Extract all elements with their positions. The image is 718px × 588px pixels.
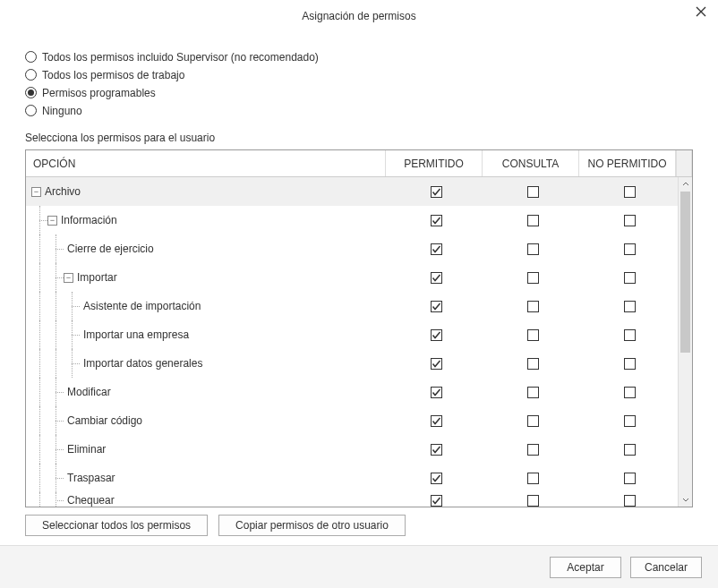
cell-option: −Archivo bbox=[26, 177, 388, 206]
cancel-button[interactable]: Cancelar bbox=[630, 557, 702, 578]
row-label: Cambiar código bbox=[67, 414, 142, 427]
table-row[interactable]: Eliminar bbox=[26, 435, 692, 464]
table-row[interactable]: Importar una empresa bbox=[26, 320, 692, 349]
checkbox-allowed[interactable] bbox=[431, 358, 442, 370]
checkbox-denied[interactable] bbox=[624, 243, 636, 255]
col-header-allowed[interactable]: PERMITIDO bbox=[386, 150, 483, 176]
cell-option: Asistente de importación bbox=[26, 292, 388, 320]
checkbox-allowed[interactable] bbox=[431, 301, 442, 312]
checkbox-query[interactable] bbox=[527, 358, 539, 370]
checkbox-denied[interactable] bbox=[624, 329, 636, 341]
radio-icon[interactable] bbox=[25, 51, 37, 63]
row-label: Importar datos generales bbox=[83, 357, 202, 370]
checkbox-allowed[interactable] bbox=[431, 444, 442, 456]
scroll-thumb[interactable] bbox=[680, 192, 690, 353]
checkbox-denied[interactable] bbox=[624, 358, 636, 370]
row-label: Archivo bbox=[45, 185, 81, 198]
radio-option[interactable]: Permisos programables bbox=[25, 84, 693, 101]
checkbox-query[interactable] bbox=[527, 495, 539, 507]
row-label: Eliminar bbox=[67, 443, 106, 456]
checkbox-query[interactable] bbox=[527, 243, 539, 255]
checkbox-query[interactable] bbox=[527, 473, 539, 484]
tree-guides bbox=[31, 435, 64, 464]
select-all-permissions-button[interactable]: Seleccionar todos los permisos bbox=[25, 515, 208, 536]
radio-option[interactable]: Ninguno bbox=[25, 102, 693, 119]
checkbox-denied[interactable] bbox=[624, 415, 636, 427]
cell-allowed bbox=[388, 435, 484, 464]
cell-allowed bbox=[388, 263, 484, 292]
checkbox-denied[interactable] bbox=[624, 186, 636, 198]
radio-icon[interactable] bbox=[25, 69, 37, 81]
table-row[interactable]: Asistente de importación bbox=[26, 292, 692, 320]
radio-option[interactable]: Todos los permisos de trabajo bbox=[25, 66, 693, 83]
section-label: Selecciona los permisos para el usuario bbox=[25, 132, 693, 144]
scroll-track[interactable] bbox=[679, 192, 692, 492]
checkbox-allowed[interactable] bbox=[431, 186, 442, 198]
scroll-up-icon[interactable] bbox=[679, 177, 692, 192]
checkbox-allowed[interactable] bbox=[431, 329, 442, 341]
cell-allowed bbox=[388, 349, 484, 378]
checkbox-query[interactable] bbox=[527, 272, 539, 284]
cell-option: Traspasar bbox=[26, 464, 388, 492]
accept-button[interactable]: Aceptar bbox=[550, 557, 621, 578]
checkbox-query[interactable] bbox=[527, 215, 539, 226]
cell-query bbox=[484, 234, 581, 263]
col-header-denied[interactable]: NO PERMITIDO bbox=[579, 150, 676, 176]
collapse-icon[interactable]: − bbox=[64, 273, 73, 283]
row-label: Importar bbox=[77, 271, 117, 284]
table-row[interactable]: Chequear bbox=[26, 492, 692, 507]
table-row[interactable]: Cambiar código bbox=[26, 406, 692, 435]
checkbox-denied[interactable] bbox=[624, 301, 636, 312]
table-row[interactable]: Traspasar bbox=[26, 464, 692, 492]
cell-allowed bbox=[388, 292, 484, 320]
checkbox-denied[interactable] bbox=[624, 444, 636, 456]
cell-query bbox=[484, 177, 581, 206]
cell-denied bbox=[581, 349, 678, 378]
table-row[interactable]: −Información bbox=[26, 206, 692, 234]
checkbox-allowed[interactable] bbox=[431, 243, 442, 255]
checkbox-query[interactable] bbox=[527, 186, 539, 198]
radio-icon[interactable] bbox=[25, 87, 37, 98]
table-row[interactable]: Cierre de ejercicio bbox=[26, 234, 692, 263]
cell-denied bbox=[581, 492, 678, 507]
cell-allowed bbox=[388, 206, 484, 234]
scroll-down-icon[interactable] bbox=[679, 492, 692, 507]
collapse-icon[interactable]: − bbox=[31, 187, 41, 197]
copy-permissions-button[interactable]: Copiar permisos de otro usuario bbox=[218, 515, 406, 536]
checkbox-allowed[interactable] bbox=[431, 473, 442, 484]
close-icon[interactable] bbox=[693, 4, 709, 20]
checkbox-allowed[interactable] bbox=[431, 415, 442, 427]
cell-query bbox=[484, 349, 581, 378]
radio-option[interactable]: Todos los permisos incluido Supervisor (… bbox=[25, 48, 693, 65]
table-row[interactable]: Modificar bbox=[26, 378, 692, 406]
checkbox-allowed[interactable] bbox=[431, 272, 442, 284]
checkbox-denied[interactable] bbox=[624, 215, 636, 226]
radio-icon[interactable] bbox=[25, 105, 37, 116]
cell-query bbox=[484, 206, 581, 234]
checkbox-allowed[interactable] bbox=[431, 387, 442, 398]
checkbox-query[interactable] bbox=[527, 415, 539, 427]
cell-denied bbox=[581, 177, 678, 206]
table-row[interactable]: −Archivo bbox=[26, 177, 692, 206]
checkbox-denied[interactable] bbox=[624, 473, 636, 484]
cell-allowed bbox=[388, 406, 484, 435]
radio-label: Ninguno bbox=[42, 105, 82, 117]
tree-guides bbox=[31, 206, 47, 234]
checkbox-denied[interactable] bbox=[624, 272, 636, 284]
table-row[interactable]: Importar datos generales bbox=[26, 349, 692, 378]
table-row[interactable]: −Importar bbox=[26, 263, 692, 292]
checkbox-denied[interactable] bbox=[624, 387, 636, 398]
cell-option: Cambiar código bbox=[26, 406, 388, 435]
checkbox-query[interactable] bbox=[527, 329, 539, 341]
checkbox-query[interactable] bbox=[527, 387, 539, 398]
checkbox-query[interactable] bbox=[527, 301, 539, 312]
checkbox-denied[interactable] bbox=[624, 495, 636, 507]
checkbox-query[interactable] bbox=[527, 444, 539, 456]
checkbox-allowed[interactable] bbox=[431, 215, 442, 226]
tree-guides bbox=[31, 406, 64, 435]
col-header-option[interactable]: OPCIÓN bbox=[26, 150, 386, 176]
checkbox-allowed[interactable] bbox=[431, 495, 442, 507]
collapse-icon[interactable]: − bbox=[47, 216, 57, 226]
vertical-scrollbar[interactable] bbox=[678, 177, 692, 507]
col-header-query[interactable]: CONSULTA bbox=[483, 150, 579, 176]
